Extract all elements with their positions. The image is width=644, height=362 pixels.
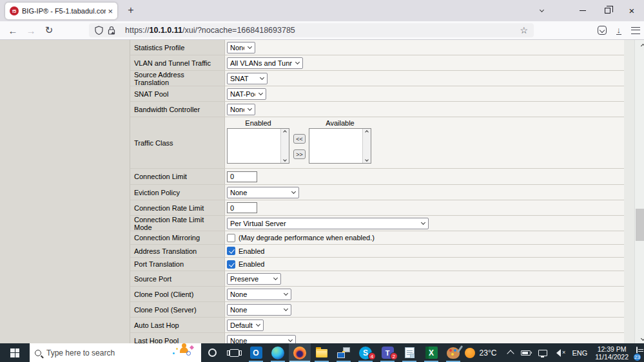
tab-list-chevron-icon[interactable] [528,10,552,12]
source-address-translation-select[interactable]: SNAT [227,73,268,84]
row-label: Eviction Policy [130,185,225,200]
new-tab-button[interactable]: + [124,4,138,18]
start-button[interactable] [0,343,30,362]
taskbar-outlook-button[interactable]: O [245,343,267,362]
row-label: Connection Rate Limit [130,200,225,215]
tracking-protection-shield-icon[interactable] [95,26,103,35]
weather-temperature[interactable]: 23°C [480,348,497,357]
listbox-scrollbar[interactable] [362,129,371,163]
bookmark-star-icon[interactable]: ☆ [520,25,528,35]
cortana-button[interactable] [201,343,223,362]
taskbar-teams-button[interactable]: T2 [376,343,398,362]
scroll-up-icon[interactable] [283,130,287,134]
listbox-scrollbar[interactable] [280,129,289,163]
last-hop-pool-select[interactable]: None [227,335,296,344]
source-port-select[interactable]: Preserve [227,273,281,285]
window-restore-button[interactable] [595,0,620,21]
chevron-down-icon [248,44,252,49]
taskbar-skype-button[interactable]: S4 [355,343,376,362]
clone-pool-client-select[interactable]: None [227,289,291,300]
row-label: Last Hop Pool [130,333,225,343]
scroll-up-icon[interactable] [641,44,644,48]
taskbar-remote-desktop-button[interactable] [333,343,355,362]
connection-rate-limit-input[interactable]: 0 [227,202,257,213]
tab-close-icon[interactable]: × [108,6,113,16]
search-placeholder: Type here to search [46,348,115,357]
connection-rate-limit-mode-select[interactable]: Per Virtual Server [227,218,429,229]
language-indicator[interactable]: ENG [572,349,587,357]
taskbar-file-explorer-button[interactable] [311,343,333,362]
window-minimize-button[interactable] [571,0,595,21]
weather-icon[interactable] [465,348,475,358]
row-label: SNAT Pool [130,86,225,101]
clock-time: 12:39 PM [595,345,629,353]
menu-hamburger-icon[interactable] [631,27,640,34]
search-highlights-icon[interactable] [171,346,193,359]
scroll-down-icon[interactable] [283,158,287,162]
browser-tab-bar: f5 BIG-IP® - F5-1.tabadul.com (10 × + × [0,0,644,21]
volume-muted-icon[interactable]: × [555,349,565,357]
browser-tab[interactable]: f5 BIG-IP® - F5-1.tabadul.com (10 × [5,3,117,19]
chevron-down-icon [284,291,288,296]
battery-icon[interactable] [521,350,531,356]
taskbar-paint-button[interactable] [442,343,464,362]
pocket-icon[interactable] [598,26,607,35]
clone-pool-server-select[interactable]: None [227,304,291,316]
row-label: Address Translation [130,245,225,257]
enabled-list-header: Enabled [245,119,271,127]
chevron-down-icon [248,106,252,111]
reload-button[interactable]: ↻ [40,24,58,36]
taskbar-search-input[interactable]: Type here to search [30,343,201,362]
taskbar-firefox-button[interactable] [289,343,311,362]
row-label: Statistics Profile [130,40,225,55]
address-translation-checkbox[interactable] [227,247,235,255]
url-text: https://10.1.0.11/xui/?nocache=166841869… [125,26,520,35]
checkbox-note: (May degrade performance when enabled.) [239,234,375,242]
snat-pool-select[interactable]: NAT-Pool [227,88,266,100]
traffic-class-enabled-list[interactable] [227,128,289,164]
back-button[interactable]: ← [4,25,22,36]
tray-chevron-up-icon[interactable] [507,350,514,357]
notepad-icon [405,347,415,358]
network-icon[interactable] [538,350,547,356]
action-center-button[interactable]: 23 [636,347,638,359]
window-close-button[interactable]: × [620,0,644,21]
table-row: Connection Rate Limit Mode Per Virtual S… [130,216,625,231]
table-row: Address Translation Enabled [130,245,625,258]
taskbar-edge-button[interactable] [267,343,289,362]
taskbar-notepad-button[interactable] [398,343,420,362]
teams-badge: 2 [390,352,398,360]
downloads-icon[interactable]: ↓ [616,26,622,35]
table-row: Statistics Profile None [130,40,625,55]
auto-last-hop-select[interactable]: Default [227,319,264,331]
eviction-policy-select[interactable]: None [227,187,299,198]
move-to-enabled-button[interactable]: << [293,134,306,144]
bandwidth-controller-select[interactable]: None [227,104,255,115]
row-label: Bandwidth Controller [130,102,225,117]
page-scrollbar[interactable] [634,40,644,343]
paint-icon [447,347,460,359]
scroll-down-icon[interactable] [365,158,369,162]
url-bar[interactable]: https://10.1.0.11/xui/?nocache=166841869… [89,23,534,37]
chevron-down-icon [291,189,296,194]
lock-icon[interactable] [108,26,115,35]
statistics-profile-select[interactable]: None [227,42,255,53]
checkbox-note: Enabled [239,247,264,255]
connection-limit-input[interactable]: 0 [227,171,257,182]
excel-icon: X [425,347,438,359]
row-label: Clone Pool (Server) [130,302,225,317]
scrollbar-thumb[interactable] [636,209,644,241]
taskbar-excel-button[interactable]: X [420,343,442,362]
scroll-up-icon[interactable] [365,130,369,134]
task-view-button[interactable] [223,343,245,362]
port-translation-checkbox[interactable] [227,260,235,269]
chevron-down-icon [256,322,260,327]
table-row: Clone Pool (Client) None [130,287,625,302]
table-row: Auto Last Hop Default [130,318,625,333]
connection-mirroring-checkbox[interactable] [227,234,235,242]
move-to-available-button[interactable]: >> [293,149,306,159]
taskbar-clock[interactable]: 12:39 PM 11/14/2022 [595,345,629,361]
scroll-down-icon[interactable] [641,336,644,341]
vlan-tunnel-traffic-select[interactable]: All VLANs and Tunnels [227,57,303,69]
traffic-class-available-list[interactable] [309,128,371,164]
